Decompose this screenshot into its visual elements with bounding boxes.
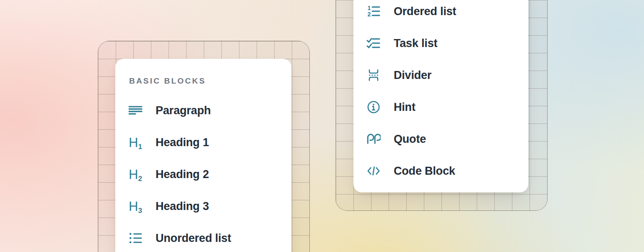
code-block-icon [366, 164, 381, 178]
divider-icon [366, 68, 381, 82]
menu-item-hint[interactable]: Hint [353, 99, 528, 116]
menu-item-unordered-list[interactable]: Unordered list [115, 230, 291, 247]
svg-text:2: 2 [368, 11, 371, 18]
menu-item-label: Hint [394, 101, 415, 114]
menu-item-task-list[interactable]: Task list [353, 35, 528, 52]
unordered-list-icon [128, 231, 143, 245]
menu-item-label: Code Block [394, 165, 455, 178]
menu-item-heading-3[interactable]: H3 Heading 3 [115, 198, 291, 215]
ordered-list-icon: 1 2 [366, 4, 381, 18]
heading-1-icon: H1 [128, 135, 143, 150]
menu-item-code-block[interactable]: Code Block [353, 163, 528, 179]
menu-item-label: Task list [394, 37, 437, 50]
menu-item-quote[interactable]: Quote [353, 131, 528, 147]
menu-item-label: Divider [394, 69, 431, 82]
menu-item-heading-2[interactable]: H2 Heading 2 [115, 166, 291, 183]
menu-item-divider[interactable]: Divider [353, 67, 528, 84]
menu-item-heading-1[interactable]: H1 Heading 1 [115, 134, 291, 151]
heading-2-icon: H2 [128, 167, 143, 181]
menu-item-label: Ordered list [394, 5, 456, 18]
menu-item-label: Unordered list [156, 232, 231, 245]
menu-item-label: Paragraph [156, 104, 211, 117]
menu-item-ordered-list[interactable]: 1 2 Ordered list [353, 3, 528, 20]
svg-text:1: 1 [368, 5, 371, 11]
menu-item-paragraph[interactable]: Paragraph [115, 102, 291, 119]
menu-item-label: Heading 2 [156, 168, 209, 181]
hero-background: { "theme": { "icon_color": "#2e7e95", "l… [0, 0, 644, 252]
block-menu-card-basic: BASIC BLOCKS Paragraph H1 Heading 1 H2 H… [115, 59, 291, 252]
block-menu-card-more: 1 2 Ordered list Task list [353, 0, 528, 192]
heading-3-icon: H3 [128, 199, 143, 213]
menu-item-label: Heading 1 [156, 136, 209, 149]
menu-list-basic: Paragraph H1 Heading 1 H2 Heading 2 H3 H… [115, 102, 291, 247]
quote-icon [366, 132, 381, 146]
menu-item-label: Quote [394, 133, 426, 146]
task-list-icon [366, 36, 381, 50]
menu-item-label: Heading 3 [156, 200, 209, 213]
hint-icon [366, 100, 381, 114]
menu-list-more: 1 2 Ordered list Task list [353, 3, 528, 179]
section-header-basic-blocks: BASIC BLOCKS [129, 76, 291, 86]
paragraph-icon [128, 103, 143, 118]
